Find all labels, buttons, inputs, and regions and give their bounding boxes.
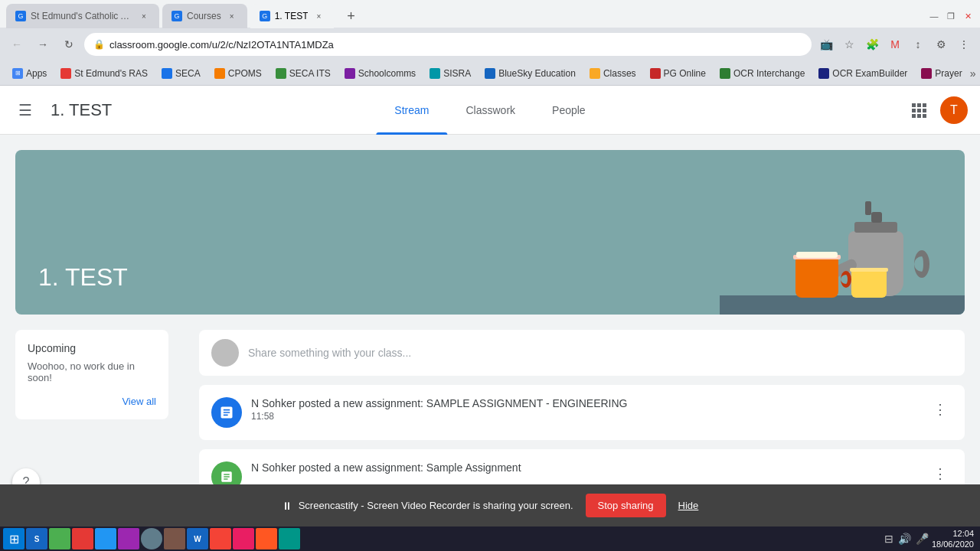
taskbar-word-icon[interactable]: W [187, 528, 208, 549]
nav-people[interactable]: People [534, 86, 604, 135]
hide-button[interactable]: Hide [678, 500, 699, 511]
address-bar[interactable]: 🔒 classroom.google.com/u/2/c/NzI2OTA1NTA… [84, 33, 812, 56]
tab-1-label: St Edmund's Catholic Academy [31, 11, 133, 21]
post-card-1[interactable]: N Sohker posted a new assignment: SAMPLE… [199, 385, 965, 440]
gc-header-right: T [903, 95, 968, 126]
extension-icon[interactable]: 🧩 [862, 34, 882, 54]
tab-3[interactable]: G 1. TEST × [250, 4, 335, 28]
post-content-1: N Sohker posted a new assignment: SAMPLE… [251, 397, 919, 422]
forward-button[interactable]: → [32, 34, 54, 55]
taskbar-icon-7[interactable] [164, 528, 185, 549]
taskbar-icon-9[interactable] [210, 528, 231, 549]
bookmark-cpoms[interactable]: CPOMS [208, 66, 268, 81]
gc-header: ☰ 1. TEST Stream Classwork People T [0, 86, 980, 135]
bookmark-ocr-interchange-label: OCR Interchange [733, 68, 805, 79]
start-button[interactable]: ⊞ [3, 528, 24, 549]
bookmark-ocr-interchange[interactable]: OCR Interchange [714, 66, 811, 81]
window-controls: — ❐ ✕ [928, 10, 974, 22]
tab-2-close[interactable]: × [226, 10, 238, 22]
taskbar-icon-11[interactable] [256, 528, 277, 549]
maximize-button[interactable]: ❐ [945, 10, 957, 22]
date-display: 18/06/2020 [932, 539, 974, 549]
post-icon-1 [211, 397, 242, 428]
bookmark-pg-online[interactable]: PG Online [644, 66, 712, 81]
svg-rect-0 [912, 103, 916, 107]
screen-share-bar: ⏸ Screencastify - Screen Video Recorder … [0, 484, 980, 527]
new-tab-button[interactable]: + [340, 5, 361, 27]
bookmark-seca[interactable]: SECA [155, 66, 207, 81]
title-bar: G St Edmund's Catholic Academy × G Cours… [0, 0, 980, 28]
bookmark-ocr-exambuilder-label: OCR ExamBuilder [832, 68, 907, 79]
taskbar-icon-10[interactable] [233, 528, 254, 549]
share-box[interactable]: Share something with your class... [199, 330, 965, 376]
view-all-link[interactable]: View all [28, 396, 156, 407]
browser-chrome: G St Edmund's Catholic Academy × G Cours… [0, 0, 980, 86]
svg-rect-6 [912, 114, 916, 118]
hamburger-menu-icon[interactable]: ☰ [12, 95, 38, 126]
banner-illustration [720, 150, 965, 315]
taskbar-sims-icon[interactable]: S [26, 528, 47, 549]
bookmark-classes[interactable]: Classes [583, 66, 642, 81]
sync-icon[interactable]: ↕ [908, 34, 928, 54]
class-banner-title: 1. TEST [38, 263, 128, 292]
taskbar-icon-3[interactable] [72, 528, 93, 549]
bookmark-pg-online-label: PG Online [664, 68, 706, 79]
bookmark-bluesky[interactable]: BlueSky Education [479, 66, 582, 81]
back-button[interactable]: ← [6, 34, 28, 55]
taskbar-icon-5[interactable] [118, 528, 139, 549]
taskbar-icon-4[interactable] [95, 528, 116, 549]
class-title: 1. TEST [51, 100, 112, 120]
close-button[interactable]: ✕ [962, 10, 974, 22]
app-content: ☰ 1. TEST Stream Classwork People T 1. T… [0, 86, 980, 523]
tab-1[interactable]: G St Edmund's Catholic Academy × [6, 4, 159, 28]
tab-2[interactable]: G Courses × [162, 4, 247, 28]
taskbar-icon-6[interactable] [141, 528, 162, 549]
cast-icon[interactable]: 📺 [816, 34, 836, 54]
post-title-2: N Sohker posted a new assignment: Sample… [251, 461, 919, 474]
google-apps-icon[interactable] [903, 95, 934, 126]
taskbar-icon-2[interactable] [49, 528, 70, 549]
gc-nav: Stream Classwork People [376, 86, 603, 135]
bookmark-seca-its[interactable]: SECA ITS [270, 66, 337, 81]
bookmarks-bar: ⊞ Apps St Edmund's RAS SECA CPOMS SECA I… [0, 61, 980, 86]
gmail-icon[interactable]: M [885, 34, 905, 54]
tab-2-label: Courses [187, 11, 221, 21]
user-avatar[interactable]: T [940, 96, 968, 124]
post-author-1: N Sohker [251, 397, 296, 409]
sys-icons: ⊟ 🔊 🎤 [884, 533, 929, 545]
class-banner: 1. TEST [15, 150, 965, 315]
tab-3-close[interactable]: × [312, 10, 325, 22]
bookmark-ocr-exambuilder[interactable]: OCR ExamBuilder [812, 66, 913, 81]
two-col-layout: Upcoming Woohoo, no work due in soon! Vi… [15, 330, 965, 501]
settings-icon[interactable]: ⚙ [931, 34, 951, 54]
taskbar: ⊞ S W ⊟ 🔊 🎤 12:04 18/06/2020 [0, 527, 980, 551]
screen-share-text: ⏸ Screencastify - Screen Video Recorder … [282, 500, 573, 512]
address-bar-icons: 📺 ☆ 🧩 M ↕ ⚙ ⋮ [816, 34, 974, 54]
menu-icon[interactable]: ⋮ [954, 34, 974, 54]
bookmark-prayer[interactable]: Prayer [915, 66, 968, 81]
stop-sharing-button[interactable]: Stop sharing [586, 494, 666, 517]
svg-rect-7 [917, 114, 921, 118]
bookmarks-overflow-button[interactable]: » [970, 67, 976, 80]
bookmark-star-icon[interactable]: ☆ [839, 34, 859, 54]
post-menu-1[interactable]: ⋮ [928, 397, 952, 422]
bookmark-schoolcomms[interactable]: Schoolcomms [338, 66, 422, 81]
audio-icon: 🔊 [898, 533, 911, 545]
bookmark-classes-label: Classes [603, 68, 636, 79]
svg-rect-4 [917, 109, 921, 112]
bookmark-apps[interactable]: ⊞ Apps [6, 66, 53, 81]
tab-3-label: 1. TEST [275, 11, 309, 21]
bookmark-st-edmunds[interactable]: St Edmund's RAS [54, 66, 154, 81]
upcoming-title: Upcoming [28, 342, 156, 354]
bookmark-sisra[interactable]: SISRA [423, 66, 477, 81]
tab-1-close[interactable]: × [138, 10, 150, 22]
screen-share-message: Screencastify - Screen Video Recorder is… [299, 500, 573, 511]
taskbar-icon-12[interactable] [279, 528, 300, 549]
url-text: classroom.google.com/u/2/c/NzI2OTA1NTA1M… [109, 39, 334, 51]
post-menu-2[interactable]: ⋮ [928, 461, 952, 486]
bookmark-cpoms-label: CPOMS [228, 68, 262, 79]
refresh-button[interactable]: ↻ [58, 34, 80, 55]
nav-classwork[interactable]: Classwork [447, 86, 534, 135]
minimize-button[interactable]: — [928, 10, 940, 22]
nav-stream[interactable]: Stream [376, 86, 447, 135]
